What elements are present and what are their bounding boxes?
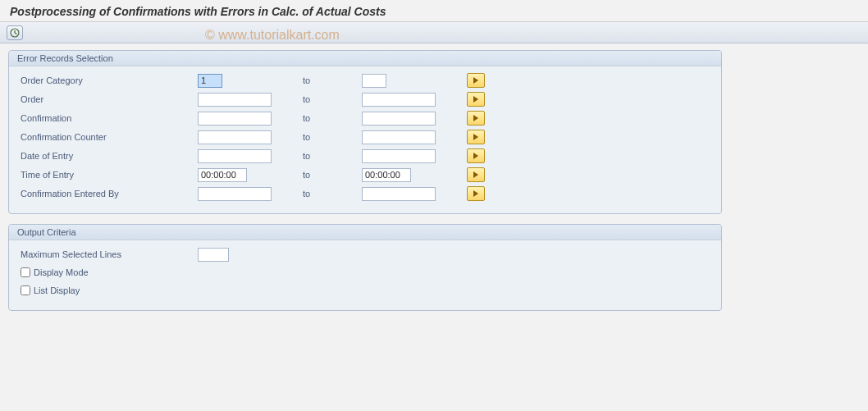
label-order-category: Order Category [17,75,198,85]
list-display-checkbox[interactable] [21,285,30,295]
label-confirmation: Confirmation [17,113,198,123]
content-area: Error Records Selection Order Category t… [0,43,868,327]
order-to[interactable] [362,93,436,107]
output-criteria-group: Output Criteria Maximum Selected Lines D… [8,224,722,311]
time-of-entry-multi-button[interactable] [467,167,485,182]
row-display-mode: Display Mode [17,264,713,281]
confirmation-from[interactable] [198,112,272,126]
date-of-entry-multi-button[interactable] [467,148,485,163]
conf-counter-from[interactable] [198,130,272,144]
page-title-text: Postprocessing of Confirmations with Err… [10,5,386,18]
label-order: Order [17,94,198,104]
label-conf-counter: Confirmation Counter [17,132,198,142]
arrow-right-icon [473,134,478,140]
error-records-title: Error Records Selection [9,51,721,66]
to-label: to [296,94,362,104]
entered-by-to[interactable] [362,187,436,201]
label-max-lines: Maximum Selected Lines [17,249,198,259]
conf-counter-multi-button[interactable] [467,130,485,144]
date-of-entry-from[interactable] [198,149,272,163]
display-mode-checkbox[interactable] [21,267,30,277]
order-category-multi-button[interactable] [467,73,485,88]
label-entered-by: Confirmation Entered By [17,189,198,199]
page-title: Postprocessing of Confirmations with Err… [0,0,868,22]
order-from[interactable] [198,93,272,107]
to-label: to [296,132,362,142]
to-label: to [296,75,362,85]
arrow-right-icon [473,153,478,159]
row-time-of-entry: Time of Entry to [17,166,713,184]
to-label: to [296,189,362,199]
row-conf-counter: Confirmation Counter to [17,128,713,146]
label-date-of-entry: Date of Entry [17,151,198,161]
arrow-right-icon [473,77,478,84]
row-entered-by: Confirmation Entered By to [17,185,713,203]
entered-by-from[interactable] [198,187,272,201]
svg-line-2 [15,33,17,34]
entered-by-multi-button[interactable] [467,186,485,201]
row-order: Order to [17,90,713,108]
row-order-category: Order Category to [17,71,713,89]
to-label: to [296,113,362,123]
error-records-group: Error Records Selection Order Category t… [8,50,722,214]
conf-counter-to[interactable] [362,130,436,144]
confirmation-to[interactable] [362,112,436,126]
row-list-display: List Display [17,282,713,299]
confirmation-multi-button[interactable] [467,111,485,126]
time-of-entry-to[interactable] [362,168,411,182]
arrow-right-icon [473,96,478,103]
arrow-right-icon [473,171,478,178]
date-of-entry-to[interactable] [362,149,436,163]
arrow-right-icon [473,190,478,197]
row-date-of-entry: Date of Entry to [17,147,713,165]
to-label: to [296,151,362,161]
label-time-of-entry: Time of Entry [17,170,198,180]
order-multi-button[interactable] [467,92,485,107]
output-criteria-title: Output Criteria [9,225,721,240]
time-of-entry-from[interactable] [198,168,247,182]
order-category-to[interactable] [362,74,386,88]
arrow-right-icon [473,115,478,121]
row-confirmation: Confirmation to [17,109,713,127]
to-label: to [296,170,362,180]
execute-icon [10,28,20,38]
order-category-from[interactable] [198,74,222,88]
max-lines-input[interactable] [198,248,229,262]
row-max-lines: Maximum Selected Lines [17,245,713,263]
toolbar [0,22,868,43]
execute-button[interactable] [7,25,23,40]
label-list-display: List Display [34,285,80,295]
label-display-mode: Display Mode [34,267,89,277]
